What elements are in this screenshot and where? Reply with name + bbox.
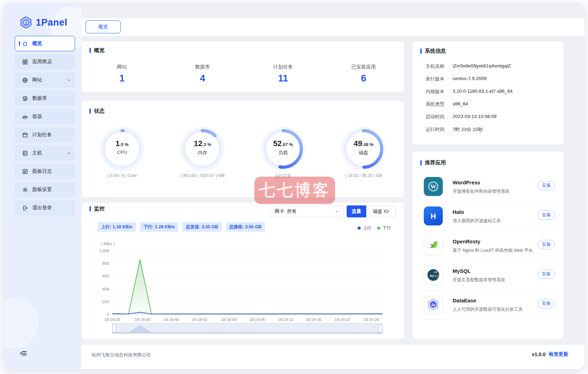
title-accent-bar [89, 48, 91, 53]
halo-icon: H [424, 206, 443, 225]
svg-text:W: W [430, 183, 436, 190]
chevron-down-icon [67, 151, 71, 156]
1panel-logo-icon: 1 [19, 16, 33, 29]
datazoom-slider[interactable] [112, 323, 382, 334]
app-row-openresty: OpenResty 基于 Nginx 和 LuaJIT 的高性能 Web 平台 … [424, 231, 555, 261]
info-value: iZm5e8e59yxk61q4smtgqiZ [453, 63, 511, 71]
host-icon [22, 150, 28, 156]
sidebar-collapse-button[interactable] [20, 350, 27, 357]
title-accent-bar [420, 160, 422, 165]
sidebar-item-panel-settings[interactable]: 面板设置 [15, 182, 75, 197]
stat-cronjobs[interactable]: 计划任务 11 [243, 64, 323, 84]
sidebar-item-cron[interactable]: 计划任务 [15, 127, 75, 143]
company-name: 杭州飞致云信息科技有限公司 [92, 352, 151, 358]
sidebar-item-logout[interactable]: 退出登录 [15, 200, 75, 216]
traffic-chart: 02004006008001,000( KB/s )18:18:2018:18:… [82, 203, 404, 339]
gauge-label: 磁盘 [341, 150, 386, 156]
sidebar-item-panel-logs[interactable]: 面板日志 [15, 164, 75, 179]
sidebar-item-appstore[interactable]: 应用商店 [15, 54, 75, 70]
check-update-link[interactable]: 检查更新 [549, 351, 568, 357]
app-desc: 开源关系型数据库管理系统 [453, 277, 505, 283]
stat-websites[interactable]: 网站 1 [82, 64, 162, 84]
stat-label: 计划任务 [243, 64, 323, 70]
sidebar-item-label: 主机 [32, 150, 42, 156]
gauge-value-int: 52 [273, 139, 282, 148]
brand-name: 1Panel [36, 17, 67, 28]
gauge-memory: 12.3 % 内存 [180, 126, 225, 171]
status-card: 状态 1.0 % CPU [82, 101, 404, 197]
chevron-down-icon [67, 78, 71, 83]
app-name: MySQL [453, 268, 471, 274]
sidebar-item-website[interactable]: 网站 [15, 72, 75, 88]
gauge-value-dec: .0 % [120, 142, 128, 147]
gauge-disk: 49.48 % 磁盘 [341, 126, 386, 171]
app-row-dataease: DataEase 人人可用的开源数据可视化分析工具 安装 [424, 290, 555, 320]
sidebar-item-container[interactable]: 容器 [15, 109, 75, 124]
calendar-icon [22, 132, 28, 138]
sidebar-item-host[interactable]: 主机 [15, 145, 75, 161]
svg-text:18:19:28: 18:19:28 [363, 317, 379, 322]
install-button[interactable]: 安装 [537, 210, 555, 220]
gauge-subtexts: ( 0.04 / 4 ) Core ( 961.65 / 7820.67 ) M… [82, 173, 404, 179]
gauge-value-dec: .3 % [202, 142, 211, 147]
sidebar-item-label: 概览 [32, 40, 42, 47]
sidebar-item-label: 面板设置 [32, 186, 52, 193]
stat-value: 11 [243, 73, 323, 84]
card-title-text: 推荐应用 [425, 159, 446, 166]
gauge-sub-load: 运行正常 [243, 173, 323, 179]
info-label: 主机名称 [426, 63, 453, 71]
home-icon [22, 41, 28, 47]
app-desc: 开源博客软件和内容管理系统 [453, 189, 510, 195]
gauge-sub-disk: ( 18.52 / 39.25 ) GB [323, 173, 404, 179]
install-button[interactable]: 安装 [537, 269, 555, 279]
dataease-icon [424, 295, 443, 314]
svg-text:200: 200 [102, 300, 109, 304]
tab-overview[interactable]: 概览 [86, 20, 121, 33]
info-row-kernel: 内核版本 3.10.0-1160.83.1.el7.x86_64 [426, 88, 555, 96]
svg-text:18:19:22: 18:19:22 [335, 317, 350, 322]
stat-value: 1 [82, 73, 162, 84]
app-row-mysql: MySQL MySQL 开源关系型数据库管理系统 安装 [424, 261, 555, 290]
gauge-label: CPU [100, 150, 145, 155]
info-value: 7时 23分 22秒 [453, 126, 483, 134]
sidebar-item-label: 计划任务 [32, 132, 52, 138]
install-button[interactable]: 安装 [537, 240, 555, 249]
apps-card-title: 推荐应用 [420, 159, 446, 166]
status-card-title: 状态 [89, 108, 105, 114]
sidebar-item-overview[interactable]: 概览 [15, 36, 75, 51]
stat-installed-apps[interactable]: 已安装应用 6 [323, 64, 404, 84]
sysinfo-card-title: 系统信息 [420, 48, 446, 54]
app-name: DataEase [453, 297, 476, 303]
stat-label: 数据库 [162, 64, 243, 70]
app-window: 1 1Panel 概览 应用商店 网站 数据库 [4, 3, 584, 369]
sidebar-item-database[interactable]: 数据库 [15, 91, 75, 106]
app-name: OpenResty [453, 238, 480, 244]
info-label: 启动时间 [426, 114, 453, 122]
card-title-text: 概览 [94, 47, 105, 54]
install-button[interactable]: 安装 [537, 181, 555, 190]
info-value: 2023-03-13 10:56:09 [453, 114, 496, 122]
overview-card: 概览 网站 1 数据库 4 计划任务 11 已安装应用 6 [82, 41, 404, 92]
info-row-distribution: 发行版本 centos-7.9.2009 [426, 76, 555, 84]
openresty-icon [424, 236, 443, 255]
stat-databases[interactable]: 数据库 4 [162, 64, 243, 84]
tab-bar: 概览 [81, 18, 584, 36]
gauge-sub-memory: ( 961.65 / 7820.67 ) MB [162, 173, 243, 179]
svg-text:18:19:05: 18:19:05 [249, 317, 265, 322]
svg-text:800: 800 [102, 261, 109, 265]
info-row-arch: 系统类型 x86_64 [426, 101, 555, 109]
sidebar-item-label: 网站 [32, 77, 42, 83]
svg-text:1: 1 [25, 20, 27, 25]
monitor-card: 监控 网卡 所有 流量 磁盘 IO 上行: 1.18 KB/s 下行: 1.28… [82, 203, 404, 339]
status-gauges: 1.0 % CPU 12.3 % 内存 [82, 126, 404, 171]
info-value: 3.10.0-1160.83.1.el7.x86_64 [453, 88, 513, 96]
install-button[interactable]: 安装 [537, 299, 555, 308]
container-icon [22, 114, 28, 120]
recommended-apps-card: 推荐应用 W WordPress 开源博客软件和内容管理系统 安装 H Halo… [413, 152, 563, 339]
gauge-value-dec: .67 % [282, 142, 293, 147]
title-accent-bar [89, 109, 91, 114]
card-title-text: 状态 [94, 108, 105, 114]
log-icon [22, 169, 28, 175]
sidebar-item-label: 容器 [32, 113, 42, 120]
app-row-wordpress: W WordPress 开源博客软件和内容管理系统 安装 [424, 172, 555, 202]
